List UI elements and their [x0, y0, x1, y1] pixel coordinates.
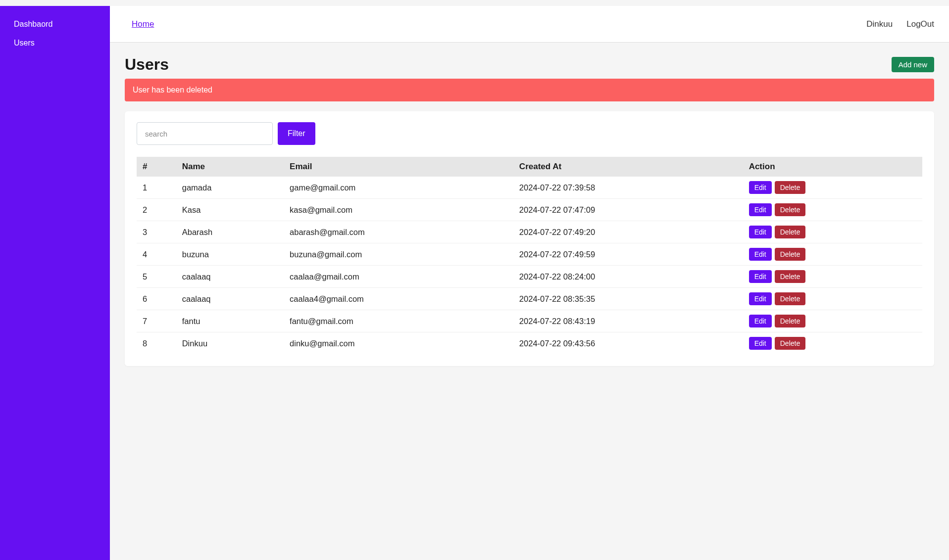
sidebar: Dashbaord Users	[0, 6, 110, 560]
row-actions: EditDelete	[749, 181, 916, 194]
app-root: Dashbaord Users Home Dinkuu LogOut Users…	[0, 6, 949, 560]
sidebar-item-label: Users	[14, 39, 35, 47]
cell-email: dinku@gmail.com	[284, 332, 513, 355]
col-header-name: Name	[176, 157, 284, 177]
filter-button[interactable]: Filter	[278, 122, 315, 145]
cell-idx: 8	[137, 332, 176, 355]
topnav-left: Home	[132, 19, 154, 29]
sidebar-item-dashboard[interactable]: Dashbaord	[0, 15, 110, 34]
users-card: Filter # Name Email Created At Action	[125, 111, 934, 366]
col-header-action: Action	[743, 157, 922, 177]
cell-actions: EditDelete	[743, 288, 922, 310]
home-link[interactable]: Home	[132, 19, 154, 29]
row-actions: EditDelete	[749, 292, 916, 305]
main-column: Home Dinkuu LogOut Users Add new User ha…	[110, 6, 949, 560]
filter-row: Filter	[137, 122, 922, 145]
row-actions: EditDelete	[749, 337, 916, 350]
users-table: # Name Email Created At Action 1gamadaga…	[137, 157, 922, 354]
delete-button[interactable]: Delete	[775, 337, 805, 350]
sidebar-item-users[interactable]: Users	[0, 34, 110, 52]
cell-name: Dinkuu	[176, 332, 284, 355]
cell-idx: 7	[137, 310, 176, 332]
topnav-right: Dinkuu LogOut	[866, 19, 934, 29]
search-input[interactable]	[137, 122, 273, 145]
cell-created-at: 2024-07-22 09:43:56	[513, 332, 743, 355]
cell-email: caalaa4@gmail.com	[284, 288, 513, 310]
users-table-body: 1gamadagame@gmail.com2024-07-22 07:39:58…	[137, 177, 922, 354]
cell-idx: 6	[137, 288, 176, 310]
table-row: 8Dinkuudinku@gmail.com2024-07-22 09:43:5…	[137, 332, 922, 355]
cell-email: caalaa@gmail.com	[284, 266, 513, 288]
cell-name: gamada	[176, 177, 284, 199]
cell-idx: 3	[137, 221, 176, 243]
cell-idx: 1	[137, 177, 176, 199]
cell-email: game@gmail.com	[284, 177, 513, 199]
edit-button[interactable]: Edit	[749, 226, 772, 238]
table-row: 7fantufantu@gmail.com2024-07-22 08:43:19…	[137, 310, 922, 332]
cell-actions: EditDelete	[743, 332, 922, 355]
table-row: 3Abarashabarash@gmail.com2024-07-22 07:4…	[137, 221, 922, 243]
cell-created-at: 2024-07-22 07:49:20	[513, 221, 743, 243]
cell-actions: EditDelete	[743, 310, 922, 332]
table-row: 6caalaaqcaalaa4@gmail.com2024-07-22 08:3…	[137, 288, 922, 310]
delete-button[interactable]: Delete	[775, 226, 805, 238]
cell-actions: EditDelete	[743, 266, 922, 288]
table-row: 1gamadagame@gmail.com2024-07-22 07:39:58…	[137, 177, 922, 199]
cell-idx: 2	[137, 199, 176, 221]
delete-button[interactable]: Delete	[775, 248, 805, 261]
cell-email: abarash@gmail.com	[284, 221, 513, 243]
delete-button[interactable]: Delete	[775, 315, 805, 327]
edit-button[interactable]: Edit	[749, 292, 772, 305]
cell-idx: 4	[137, 243, 176, 266]
row-actions: EditDelete	[749, 270, 916, 283]
cell-created-at: 2024-07-22 08:43:19	[513, 310, 743, 332]
row-actions: EditDelete	[749, 248, 916, 261]
delete-button[interactable]: Delete	[775, 203, 805, 216]
edit-button[interactable]: Edit	[749, 315, 772, 327]
cell-name: Kasa	[176, 199, 284, 221]
cell-created-at: 2024-07-22 08:35:35	[513, 288, 743, 310]
cell-email: buzuna@gmail.com	[284, 243, 513, 266]
topnav: Home Dinkuu LogOut	[110, 6, 949, 43]
cell-name: buzuna	[176, 243, 284, 266]
cell-name: caalaaq	[176, 266, 284, 288]
cell-name: Abarash	[176, 221, 284, 243]
delete-button[interactable]: Delete	[775, 181, 805, 194]
cell-email: fantu@gmail.com	[284, 310, 513, 332]
cell-actions: EditDelete	[743, 177, 922, 199]
edit-button[interactable]: Edit	[749, 203, 772, 216]
cell-idx: 5	[137, 266, 176, 288]
row-actions: EditDelete	[749, 226, 916, 238]
alert-success: User has been deleted	[125, 79, 934, 101]
cell-actions: EditDelete	[743, 199, 922, 221]
row-actions: EditDelete	[749, 315, 916, 327]
delete-button[interactable]: Delete	[775, 292, 805, 305]
col-header-created-at: Created At	[513, 157, 743, 177]
cell-created-at: 2024-07-22 07:49:59	[513, 243, 743, 266]
cell-name: fantu	[176, 310, 284, 332]
cell-created-at: 2024-07-22 07:39:58	[513, 177, 743, 199]
edit-button[interactable]: Edit	[749, 270, 772, 283]
edit-button[interactable]: Edit	[749, 337, 772, 350]
page-title: Users	[125, 55, 169, 74]
cell-created-at: 2024-07-22 08:24:00	[513, 266, 743, 288]
sidebar-item-label: Dashbaord	[14, 20, 52, 28]
alert-message: User has been deleted	[133, 86, 212, 94]
table-row: 4buzunabuzuna@gmail.com2024-07-22 07:49:…	[137, 243, 922, 266]
cell-created-at: 2024-07-22 07:47:09	[513, 199, 743, 221]
logout-link[interactable]: LogOut	[906, 19, 934, 29]
edit-button[interactable]: Edit	[749, 248, 772, 261]
col-header-email: Email	[284, 157, 513, 177]
col-header-idx: #	[137, 157, 176, 177]
table-row: 2Kasakasa@gmail.com2024-07-22 07:47:09Ed…	[137, 199, 922, 221]
table-row: 5caalaaqcaalaa@gmail.com2024-07-22 08:24…	[137, 266, 922, 288]
cell-email: kasa@gmail.com	[284, 199, 513, 221]
edit-button[interactable]: Edit	[749, 181, 772, 194]
page-header: Users Add new	[125, 55, 934, 74]
cell-name: caalaaq	[176, 288, 284, 310]
browser-chrome-spacer	[0, 0, 949, 6]
row-actions: EditDelete	[749, 203, 916, 216]
current-user-link[interactable]: Dinkuu	[866, 19, 893, 29]
add-new-button[interactable]: Add new	[892, 57, 934, 72]
delete-button[interactable]: Delete	[775, 270, 805, 283]
